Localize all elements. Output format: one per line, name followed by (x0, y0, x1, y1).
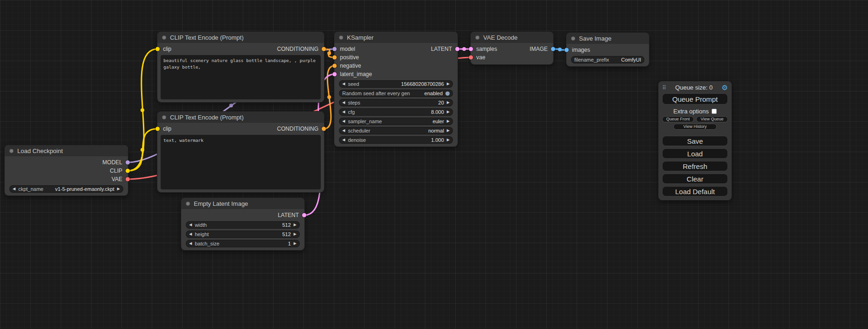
node-clip-text-encode-negative[interactable]: CLIP Text Encode (Prompt) clip CONDITION… (157, 112, 324, 192)
latent-output-dot[interactable] (455, 47, 459, 51)
seed-widget[interactable]: ◀ seed 156680208700286 ▶ (339, 80, 453, 88)
output-slot-label: MODEL (102, 159, 122, 166)
widget-value: 8.000 (431, 109, 444, 115)
save-button[interactable]: Save (662, 136, 728, 146)
filename-prefix-widget[interactable]: filename_prefix ComfyUI (571, 56, 644, 63)
extra-options-checkbox[interactable] (712, 109, 717, 114)
ckpt-name-widget[interactable]: ◀ ckpt_name v1-5-pruned-emaonly.ckpt ▶ (9, 185, 123, 193)
drag-handle-icon[interactable]: ⠿ (662, 84, 666, 91)
conditioning-output-dot[interactable] (322, 127, 326, 131)
image-output-dot[interactable] (551, 47, 555, 51)
increment-arrow-icon[interactable]: ▶ (294, 242, 296, 245)
output-slot-model: MODEL (5, 158, 128, 167)
settings-gear-icon[interactable]: ⚙ (722, 84, 728, 91)
decrement-arrow-icon[interactable]: ◀ (189, 223, 192, 227)
steps-widget[interactable]: ◀ steps 20 ▶ (339, 99, 453, 106)
combo-left-arrow-icon[interactable]: ◀ (342, 119, 345, 123)
node-empty-latent-image[interactable]: Empty Latent Image LATENT ◀ width 512 ▶ … (181, 198, 304, 250)
slot-row: clip CONDITIONING (157, 125, 324, 133)
slot-row: clip CONDITIONING (157, 45, 324, 53)
link-midpoint-dot (462, 47, 466, 51)
link-midpoint-dot (229, 104, 233, 107)
node-clip-text-encode-positive[interactable]: CLIP Text Encode (Prompt) clip CONDITION… (157, 32, 324, 102)
widget-label: ckpt_name (18, 186, 43, 192)
positive-prompt-textarea[interactable]: beautiful scenery nature glass bottle la… (161, 55, 321, 99)
refresh-button[interactable]: Refresh (662, 161, 728, 171)
node-title-bar[interactable]: KSampler (334, 32, 458, 43)
input-slot-label: samples (476, 46, 497, 52)
widget-value: 156680208700286 (401, 81, 444, 87)
node-status-dot (475, 35, 480, 40)
node-vae-decode[interactable]: VAE Decode samples IMAGE vae (471, 32, 553, 64)
model-input-dot[interactable] (332, 47, 337, 51)
slot-row: samples IMAGE (471, 45, 553, 53)
increment-arrow-icon[interactable]: ▶ (447, 101, 450, 105)
negative-prompt-textarea[interactable]: text, watermark (161, 135, 321, 189)
conditioning-output-dot[interactable] (322, 47, 326, 51)
node-title-bar[interactable]: Empty Latent Image (181, 198, 304, 209)
combo-left-arrow-icon[interactable]: ◀ (13, 187, 15, 191)
queue-front-button[interactable]: Queue Front (662, 116, 694, 122)
width-widget[interactable]: ◀ width 512 ▶ (186, 221, 300, 229)
link-midpoint-dot (141, 108, 144, 112)
decrement-arrow-icon[interactable]: ◀ (189, 242, 192, 245)
node-save-image[interactable]: Save Image images filename_prefix ComfyU… (566, 33, 649, 66)
widget-value: 512 (282, 231, 290, 237)
link-midpoint-dot (558, 48, 562, 51)
view-queue-button[interactable]: View Queue (696, 116, 728, 122)
widget-value: 1 (288, 241, 291, 246)
combo-right-arrow-icon[interactable]: ▶ (117, 187, 120, 191)
increment-arrow-icon[interactable]: ▶ (294, 232, 296, 236)
node-load-checkpoint[interactable]: Load Checkpoint MODEL CLIP VAE ◀ ckpt_na… (5, 145, 128, 196)
widget-label: cfg (348, 109, 355, 115)
view-history-button[interactable]: View History (673, 124, 717, 130)
increment-arrow-icon[interactable]: ▶ (447, 82, 450, 86)
increment-arrow-icon[interactable]: ▶ (294, 223, 296, 227)
decrement-arrow-icon[interactable]: ◀ (342, 138, 345, 142)
output-slot-clip: CLIP (5, 167, 128, 175)
clip-output-dot[interactable] (126, 169, 130, 173)
latent-image-input-dot[interactable] (332, 72, 337, 77)
positive-input-dot[interactable] (332, 56, 337, 60)
clip-input-dot[interactable] (155, 127, 160, 131)
input-slot-label: clip (163, 46, 171, 52)
decrement-arrow-icon[interactable]: ◀ (342, 110, 345, 114)
combo-right-arrow-icon[interactable]: ▶ (447, 119, 450, 123)
scheduler-widget[interactable]: ◀ scheduler normal ▶ (339, 127, 453, 134)
cfg-widget[interactable]: ◀ cfg 8.000 ▶ (339, 108, 453, 116)
node-ksampler[interactable]: KSampler model LATENT positive negative … (334, 32, 458, 147)
clip-input-dot[interactable] (155, 47, 160, 51)
batch-size-widget[interactable]: ◀ batch_size 1 ▶ (186, 240, 300, 247)
node-title-bar[interactable]: CLIP Text Encode (Prompt) (157, 112, 324, 123)
node-title-bar[interactable]: VAE Decode (471, 32, 553, 43)
model-output-dot[interactable] (126, 161, 130, 165)
latent-output-dot[interactable] (302, 213, 306, 217)
vae-output-dot[interactable] (126, 177, 130, 182)
denoise-widget[interactable]: ◀ denoise 1.000 ▶ (339, 136, 453, 144)
graph-canvas[interactable]: { "icons": { "combo_left": "◀", "combo_r… (0, 0, 868, 329)
node-title-bar[interactable]: CLIP Text Encode (Prompt) (157, 32, 324, 43)
load-button[interactable]: Load (662, 148, 728, 159)
images-input-dot[interactable] (565, 48, 569, 52)
decrement-arrow-icon[interactable]: ◀ (189, 232, 192, 236)
combo-right-arrow-icon[interactable]: ▶ (447, 129, 450, 133)
node-title-bar[interactable]: Load Checkpoint (5, 145, 128, 156)
negative-input-dot[interactable] (332, 64, 337, 68)
clear-button[interactable]: Clear (662, 174, 728, 184)
samples-input-dot[interactable] (469, 47, 473, 51)
decrement-arrow-icon[interactable]: ◀ (342, 82, 345, 86)
widget-label: seed (348, 81, 359, 87)
increment-arrow-icon[interactable]: ▶ (447, 138, 450, 142)
input-slot-label: clip (163, 126, 171, 132)
queue-prompt-button[interactable]: Queue Prompt (662, 93, 728, 105)
decrement-arrow-icon[interactable]: ◀ (342, 101, 345, 105)
load-default-button[interactable]: Load Default (662, 186, 728, 196)
node-title-bar[interactable]: Save Image (566, 33, 649, 44)
height-widget[interactable]: ◀ height 512 ▶ (186, 231, 300, 238)
random-seed-toggle[interactable]: Random seed after every gen enabled (339, 90, 453, 97)
vae-input-dot[interactable] (469, 56, 473, 60)
increment-arrow-icon[interactable]: ▶ (447, 110, 450, 114)
link-midpoint-dot (327, 95, 331, 99)
combo-left-arrow-icon[interactable]: ◀ (342, 129, 345, 133)
sampler-name-widget[interactable]: ◀ sampler_name euler ▶ (339, 118, 453, 125)
